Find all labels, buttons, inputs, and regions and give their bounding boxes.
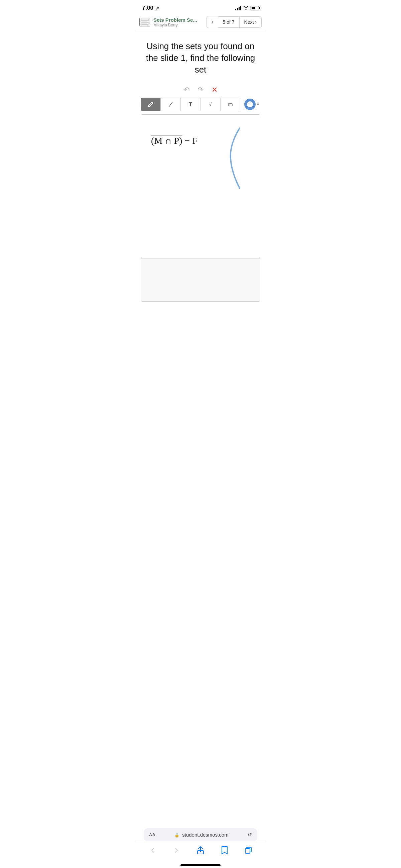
undo-button[interactable]: ↶ (183, 86, 190, 94)
menu-button[interactable] (139, 18, 150, 26)
pencil-tool-button[interactable] (141, 98, 161, 111)
redo-button[interactable]: ↷ (198, 86, 203, 94)
sqrt-tool-button[interactable]: √ (201, 98, 220, 111)
svg-rect-1 (228, 104, 232, 106)
svg-line-0 (169, 102, 172, 107)
header-title-block: Sets Problem Se... Mikayla Berry (154, 17, 203, 27)
header-subtitle: Mikayla Berry (154, 23, 203, 27)
header: Sets Problem Se... Mikayla Berry ‹ 5 of … (135, 13, 266, 31)
status-bar: 7:00 ↗ (135, 0, 266, 13)
answer-box[interactable] (141, 258, 260, 302)
pen-tool-button[interactable] (161, 98, 180, 111)
prev-arrow-icon: ‹ (211, 19, 213, 25)
status-icons (235, 5, 259, 11)
color-picker-button[interactable]: ~ (244, 99, 256, 110)
page-indicator: 5 of 7 (218, 17, 239, 28)
drawn-curve (228, 125, 248, 193)
location-arrow-icon: ↗ (156, 6, 159, 11)
color-btn-group: ~ ▾ (244, 99, 260, 110)
wifi-icon (243, 5, 248, 11)
signal-bars-icon (235, 6, 241, 10)
text-tool-button[interactable]: T (181, 98, 201, 111)
color-dropdown-button[interactable]: ▾ (256, 102, 260, 107)
eraser-tool-button[interactable] (221, 98, 240, 111)
nav-next-button[interactable]: Next › (239, 17, 262, 28)
clear-button[interactable]: ✕ (211, 86, 218, 94)
sqrt-tool-icon: √ (209, 102, 211, 107)
drawing-canvas[interactable]: (M ∩ P) − F (141, 114, 260, 258)
next-label: Next (244, 20, 254, 25)
text-tool-icon: T (189, 101, 193, 107)
color-squiggle-icon: ~ (248, 102, 251, 107)
nav-prev-button[interactable]: ‹ (206, 16, 218, 28)
status-time: 7:00 ↗ (142, 5, 159, 11)
drawing-toolbar-container: ↶ ↷ ✕ T (135, 82, 266, 111)
next-arrow-icon: › (255, 20, 257, 25)
question-area: Using the sets you found on the slide 1,… (135, 31, 266, 82)
nav-controls: ‹ 5 of 7 Next › (206, 16, 262, 28)
math-expression: (M ∩ P) − F (151, 135, 198, 146)
header-title: Sets Problem Se... (154, 17, 203, 23)
undo-redo-bar: ↶ ↷ ✕ (183, 86, 218, 94)
tool-bar: T √ (141, 98, 240, 111)
question-text: Using the sets you found on the slide 1,… (142, 40, 259, 75)
time-display: 7:00 (142, 5, 154, 11)
battery-icon (250, 6, 259, 10)
